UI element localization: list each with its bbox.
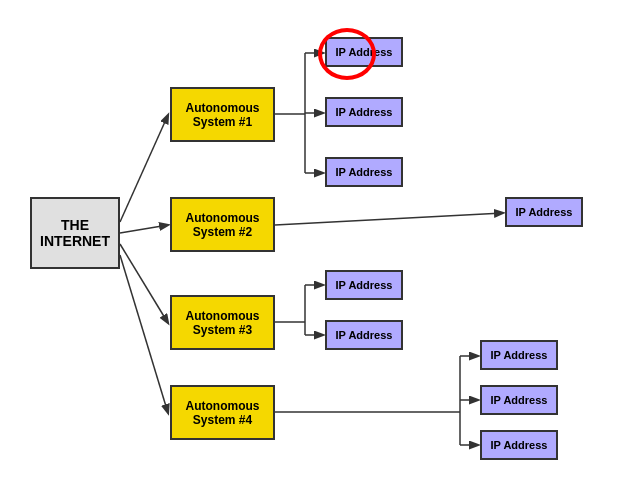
svg-line-0 — [120, 115, 168, 222]
internet-box: THE INTERNET — [30, 197, 120, 269]
as2-label: AutonomousSystem #2 — [186, 211, 260, 239]
svg-line-1 — [120, 225, 168, 233]
ip-box-4b: IP Address — [480, 385, 558, 415]
internet-label: THE INTERNET — [32, 217, 118, 249]
as-box-1: AutonomousSystem #1 — [170, 87, 275, 142]
network-diagram: THE INTERNET AutonomousSystem #1 Autonom… — [0, 0, 626, 503]
svg-line-3 — [120, 255, 168, 413]
as4-label: AutonomousSystem #4 — [186, 399, 260, 427]
ip-box-1b: IP Address — [325, 97, 403, 127]
svg-line-9 — [275, 213, 503, 225]
as-box-4: AutonomousSystem #4 — [170, 385, 275, 440]
ip-box-4c: IP Address — [480, 430, 558, 460]
ip-box-3b: IP Address — [325, 320, 403, 350]
ip-box-2a: IP Address — [505, 197, 583, 227]
svg-line-2 — [120, 244, 168, 323]
ip-box-1a: IP Address — [325, 37, 403, 67]
ip-box-1c: IP Address — [325, 157, 403, 187]
ip-box-4a: IP Address — [480, 340, 558, 370]
as-box-3: AutonomousSystem #3 — [170, 295, 275, 350]
as1-label: AutonomousSystem #1 — [186, 101, 260, 129]
as3-label: AutonomousSystem #3 — [186, 309, 260, 337]
as-box-2: AutonomousSystem #2 — [170, 197, 275, 252]
ip-box-3a: IP Address — [325, 270, 403, 300]
